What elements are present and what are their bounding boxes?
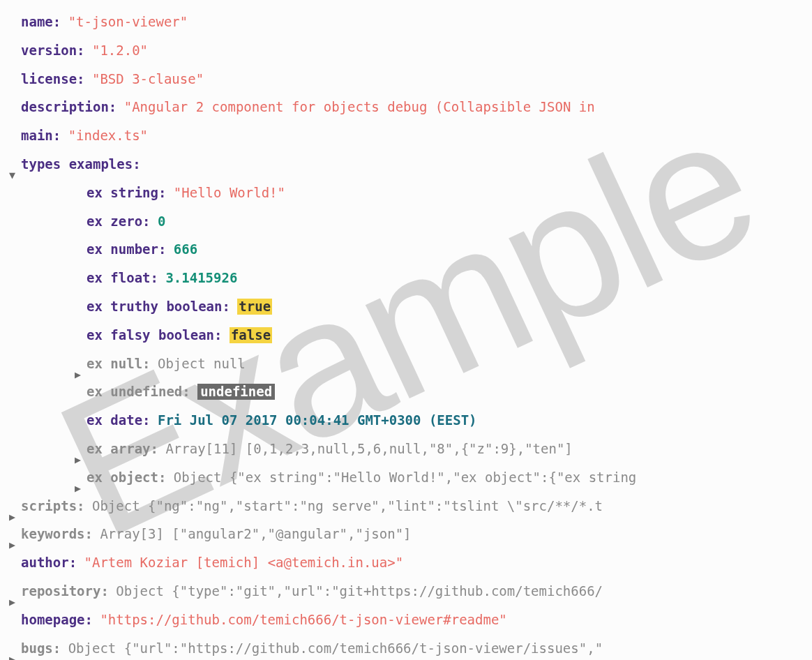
node-key: description [21,99,109,115]
node-key: homepage [21,612,85,628]
node-preview: Object {"type":"git","url":"git+https://… [116,583,603,599]
node-key: ex undefined [87,384,182,400]
node-ex-falsy[interactable]: ex falsy boolean: false [54,327,812,343]
node-key: ex date [87,412,142,428]
node-homepage[interactable]: homepage: "https://github.com/temich666/… [21,612,812,628]
node-value: 0 [158,213,165,230]
node-value: false [230,327,272,343]
node-value: "t-json-viewer" [68,14,188,30]
json-tree: name: "t-json-viewer" version: "1.2.0" l… [21,14,812,656]
node-key: bugs [21,640,53,657]
node-key: scripts [21,498,77,514]
node-value: "https://github.com/temich666/t-json-vie… [100,612,506,628]
node-ex-truthy[interactable]: ex truthy boolean: true [54,299,812,315]
node-key: ex object [87,470,158,486]
node-ex-undefined[interactable]: ex undefined: undefined [54,384,812,400]
node-key: ex string [87,185,158,201]
node-version[interactable]: version: "1.2.0" [21,43,812,59]
node-key: ex zero [87,213,142,230]
node-key: license [21,71,77,87]
node-key: main [21,128,53,144]
node-scripts[interactable]: scripts: Object {"ng":"ng","start":"ng s… [21,498,812,514]
node-value: 666 [174,241,197,257]
node-value: 3.1415926 [165,270,237,286]
node-value: "Hello World!" [174,185,285,201]
node-value: "index.ts" [68,128,148,144]
node-ex-array[interactable]: ex array: Array[11] [0,1,2,3,null,5,6,nu… [54,441,812,457]
node-key: types examples [21,156,133,172]
node-key: ex number [87,241,158,257]
node-ex-float[interactable]: ex float: 3.1415926 [54,270,812,286]
node-preview: Array[11] [0,1,2,3,null,5,6,null,"8",{"z… [165,441,572,457]
node-key: ex null [87,356,142,372]
node-preview: Object {"url":"https://github.com/temich… [68,640,603,657]
node-value: "Angular 2 component for objects debug (… [124,99,595,115]
node-key: repository [21,583,100,599]
node-author[interactable]: author: "Artem Koziar [temich] <a@temich… [21,555,812,571]
node-license[interactable]: license: "BSD 3-clause" [21,71,812,87]
node-ex-string[interactable]: ex string: "Hello World!" [54,185,812,201]
node-ex-null[interactable]: ex null: Object null [54,356,812,372]
node-preview: Object null [158,356,246,372]
node-key: name [21,14,53,30]
node-preview: Object {"ex string":"Hello World!","ex o… [174,470,636,486]
node-key: ex falsy boolean [87,327,214,343]
node-bugs[interactable]: bugs: Object {"url":"https://github.com/… [21,640,812,657]
node-repository[interactable]: repository: Object {"type":"git","url":"… [21,583,812,599]
node-name[interactable]: name: "t-json-viewer" [21,14,812,30]
node-ex-date[interactable]: ex date: Fri Jul 07 2017 00:04:41 GMT+03… [54,412,812,428]
node-value: "BSD 3-clause" [92,71,204,87]
node-main[interactable]: main: "index.ts" [21,128,812,144]
node-value: "1.2.0" [92,43,148,59]
node-value: undefined [197,384,275,400]
node-value: "Artem Koziar [temich] <a@temich.in.ua>" [84,555,404,571]
node-ex-number[interactable]: ex number: 666 [54,241,812,257]
node-preview: Array[3] ["angular2","@angular","json"] [100,526,411,542]
node-key: ex truthy boolean [87,299,222,315]
node-ex-zero[interactable]: ex zero: 0 [54,213,812,230]
node-ex-object[interactable]: ex object: Object {"ex string":"Hello Wo… [54,470,812,486]
node-key: keywords [21,526,85,542]
node-description[interactable]: description: "Angular 2 component for ob… [21,99,812,115]
node-preview: Object {"ng":"ng","start":"ng serve","li… [92,498,603,514]
node-key: ex array [87,441,151,457]
node-key: author [21,555,69,571]
node-value: true [237,299,272,315]
node-key: version [21,43,77,59]
node-key: ex float [87,270,151,286]
node-keywords[interactable]: keywords: Array[3] ["angular2","@angular… [21,526,812,542]
node-types-examples[interactable]: types examples: [21,156,812,172]
node-value: Fri Jul 07 2017 00:04:41 GMT+0300 (EEST) [158,412,477,428]
